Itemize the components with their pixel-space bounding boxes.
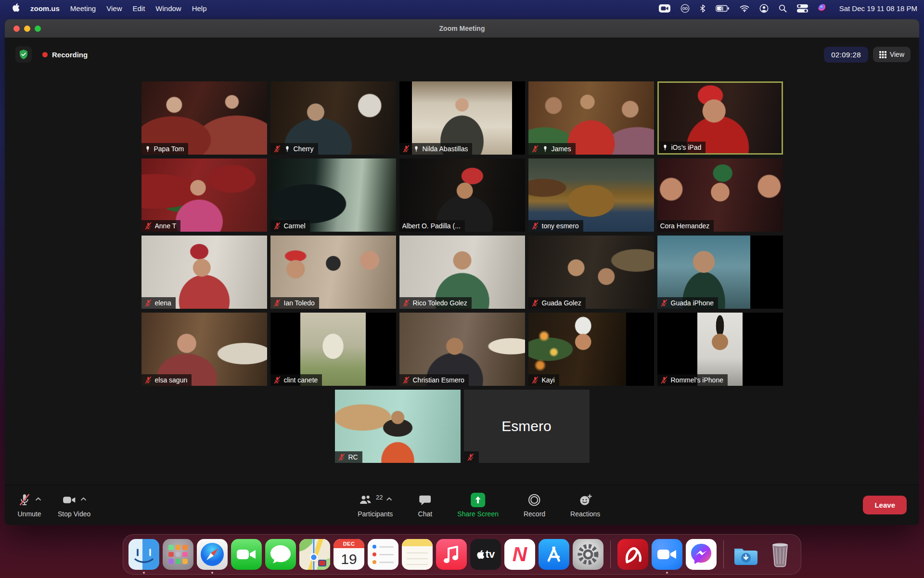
chat-button[interactable]: Chat bbox=[418, 493, 432, 518]
participant-name: Guada iPhone bbox=[671, 299, 714, 307]
muted-mic-icon bbox=[338, 453, 346, 461]
participant-tile-cora-hernandez[interactable]: Cora Hernandez bbox=[657, 158, 783, 232]
participant-tile-nilda-abastillas[interactable]: Nilda Abastillas bbox=[399, 81, 525, 155]
share-screen-button[interactable]: Share Screen bbox=[457, 493, 499, 518]
muted-mic-icon bbox=[273, 222, 281, 230]
wifi-icon[interactable] bbox=[740, 5, 749, 12]
participant-tile-rc[interactable]: RC bbox=[335, 390, 461, 463]
participant-tile-papa-tom[interactable]: Papa Tom bbox=[141, 81, 267, 155]
control-center-icon[interactable] bbox=[797, 4, 808, 13]
unmute-button[interactable]: Unmute bbox=[17, 493, 41, 518]
participant-tile-rico-toledo-golez[interactable]: Rico Toledo Golez bbox=[399, 236, 525, 309]
muted-mic-icon bbox=[660, 376, 668, 384]
zoom-camera-icon[interactable] bbox=[659, 4, 670, 13]
menu-item-meeting[interactable]: Meeting bbox=[65, 4, 101, 13]
participant-tile-anne-t[interactable]: Anne T bbox=[141, 158, 267, 232]
video-options-caret[interactable] bbox=[80, 497, 87, 501]
dock-icon-facetime[interactable] bbox=[231, 539, 262, 570]
pin-icon bbox=[542, 145, 549, 152]
dock-icon-acrobat[interactable] bbox=[617, 539, 648, 570]
participant-tile-kayi[interactable]: Kayi bbox=[528, 313, 654, 386]
battery-charging-icon[interactable] bbox=[716, 5, 730, 12]
gallery-row: Anne TCarmelAlbert O. Padilla (...tony e… bbox=[141, 158, 783, 232]
zoom-meeting-window: Zoom Meeting Recording 02:09:28 View Pap… bbox=[5, 19, 919, 525]
participant-tile-elsa-sagun[interactable]: elsa sagun bbox=[141, 313, 267, 386]
stop-video-button[interactable]: Stop Video bbox=[58, 493, 90, 518]
participants-caret[interactable] bbox=[386, 497, 393, 501]
participant-tile-guada-golez[interactable]: Guada Golez bbox=[528, 236, 654, 309]
participant-tile-ian-toledo[interactable]: Ian Toledo bbox=[270, 236, 396, 309]
dock-icon-reminders[interactable] bbox=[368, 539, 398, 570]
menu-item-window[interactable]: Window bbox=[150, 4, 186, 13]
dock-icon-messages[interactable] bbox=[265, 539, 296, 570]
close-button[interactable] bbox=[13, 26, 20, 32]
participant-tile-esmero[interactable]: Esmero bbox=[464, 390, 590, 463]
record-button[interactable]: Record bbox=[524, 493, 545, 518]
unmute-options-caret[interactable] bbox=[35, 497, 41, 501]
gallery-row: elsa sagunclint caneteChristian EsmeroKa… bbox=[141, 313, 783, 386]
fullscreen-button[interactable] bbox=[35, 26, 41, 32]
dock-icon-notes[interactable] bbox=[402, 539, 433, 570]
dock-icon-news[interactable]: N bbox=[504, 539, 535, 570]
appletv-label: tv bbox=[486, 548, 495, 561]
muted-mic-icon bbox=[402, 376, 410, 384]
participant-name: tony esmero bbox=[542, 222, 579, 230]
participant-name-label: Christian Esmero bbox=[399, 374, 469, 386]
spotlight-search-icon[interactable] bbox=[779, 4, 787, 13]
minimize-button[interactable] bbox=[24, 26, 30, 32]
dock-icon-zoom[interactable] bbox=[652, 539, 682, 570]
participant-name-label bbox=[464, 451, 479, 463]
siri-icon[interactable] bbox=[818, 4, 827, 13]
participant-tile-tony-esmero[interactable]: tony esmero bbox=[528, 158, 654, 232]
menu-item-help[interactable]: Help bbox=[187, 4, 212, 13]
participant-name: Rico Toledo Golez bbox=[413, 299, 467, 307]
user-account-icon[interactable] bbox=[759, 4, 769, 13]
dock-icon-trash[interactable] bbox=[765, 539, 796, 570]
participant-tile-elena[interactable]: elena bbox=[141, 236, 267, 309]
reactions-button[interactable]: Reactions bbox=[570, 493, 600, 518]
participant-tile-james[interactable]: James bbox=[528, 81, 654, 155]
participant-name-label: iOs’s iPad bbox=[659, 142, 706, 153]
participant-name-label: Anne T bbox=[141, 220, 181, 232]
menu-item-edit[interactable]: Edit bbox=[127, 4, 150, 13]
gallery-row: Papa TomCherryNilda AbastillasJamesiOs’s… bbox=[141, 81, 783, 155]
participant-tile-guada-iphone[interactable]: Guada iPhone bbox=[657, 236, 783, 309]
dock-icon-launchpad[interactable] bbox=[163, 539, 193, 570]
participant-tile-christian-esmero[interactable]: Christian Esmero bbox=[399, 313, 525, 386]
window-title: Zoom Meeting bbox=[439, 25, 485, 32]
bluetooth-icon[interactable] bbox=[700, 4, 706, 13]
menu-item-zoomus[interactable]: zoom.us bbox=[25, 4, 65, 13]
participant-tile-ios-ipad[interactable]: iOs’s iPad bbox=[657, 81, 783, 155]
participant-name-label: Cora Hernandez bbox=[657, 220, 714, 232]
meeting-toolbar: Unmute Stop Video 22 Participants bbox=[5, 485, 919, 525]
participant-tile-cherry[interactable]: Cherry bbox=[270, 81, 396, 155]
dock-icon-finder[interactable] bbox=[128, 539, 159, 570]
participant-name: Anne T bbox=[155, 222, 177, 230]
participant-name-large: Esmero bbox=[464, 390, 590, 463]
dock-icon-music[interactable] bbox=[436, 539, 467, 570]
apple-menu-icon[interactable] bbox=[7, 3, 25, 13]
participant-tile-albert-o-padilla[interactable]: Albert O. Padilla (... bbox=[399, 158, 525, 232]
record-icon bbox=[527, 493, 542, 507]
participant-tile-carmel[interactable]: Carmel bbox=[270, 158, 396, 232]
muted-mic-icon bbox=[467, 453, 475, 461]
dock-icon-apple-tv[interactable]: tv bbox=[470, 539, 501, 570]
dock-icon-maps[interactable] bbox=[299, 539, 330, 570]
menu-item-view[interactable]: View bbox=[101, 4, 127, 13]
participant-tile-clint-canete[interactable]: clint canete bbox=[270, 313, 396, 386]
participant-tile-rommels-iphone[interactable]: Rommel’s iPhone bbox=[657, 313, 783, 386]
dock-icon-app-store[interactable] bbox=[539, 539, 569, 570]
dock-icon-system-preferences[interactable] bbox=[573, 539, 603, 570]
creative-cloud-icon[interactable] bbox=[680, 4, 690, 13]
dock-icon-calendar[interactable]: DEC 19 bbox=[334, 539, 364, 570]
dock-icon-downloads[interactable] bbox=[731, 539, 761, 570]
leave-button[interactable]: Leave bbox=[863, 496, 907, 514]
encryption-shield-button[interactable] bbox=[15, 46, 32, 63]
dock-icon-messenger[interactable] bbox=[686, 539, 717, 570]
view-button[interactable]: View bbox=[873, 47, 911, 62]
participants-button[interactable]: 22 Participants bbox=[358, 493, 393, 518]
participant-name-label: RC bbox=[335, 451, 362, 463]
menu-bar-clock[interactable]: Sat Dec 19 11 08 18 PM bbox=[837, 4, 917, 13]
shield-check-icon bbox=[19, 49, 28, 60]
dock-icon-safari[interactable] bbox=[197, 539, 228, 570]
